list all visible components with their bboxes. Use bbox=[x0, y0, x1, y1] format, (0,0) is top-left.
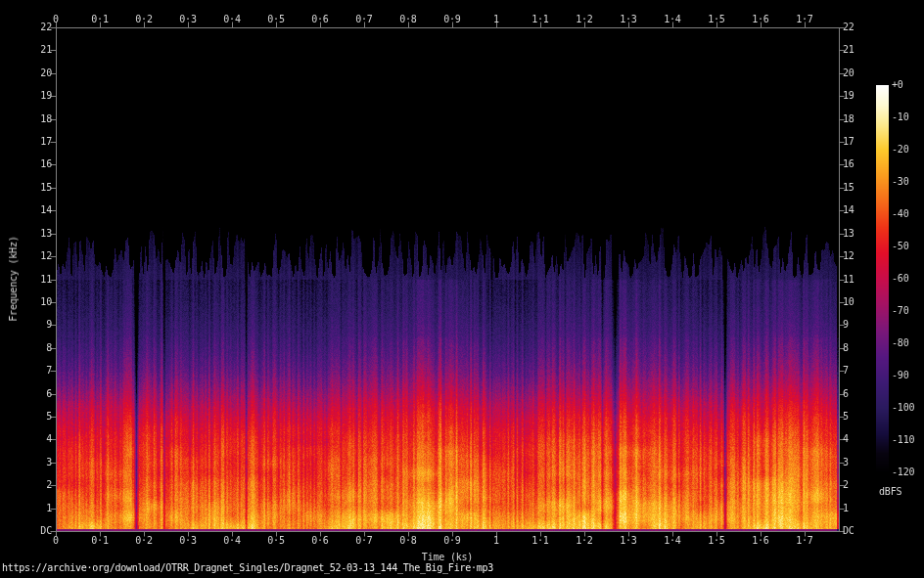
y-tick-label-left: 15 bbox=[0, 182, 52, 194]
x-tick-label-top: 1·3 bbox=[620, 14, 636, 25]
colorbar-tick-label: -90 bbox=[892, 370, 908, 381]
colorbar-tick-label: -40 bbox=[892, 208, 908, 220]
y-tick-label-left: DC bbox=[0, 525, 52, 537]
y-tick-label-right: 2 bbox=[843, 479, 849, 491]
colorbar-tick-label: -50 bbox=[892, 241, 908, 252]
colorbar-tick-label: -20 bbox=[892, 144, 908, 156]
colorbar-tick-label: +0 bbox=[892, 79, 903, 91]
y-tick-label-left: 17 bbox=[0, 136, 52, 148]
colorbar-tick-label: -110 bbox=[892, 434, 914, 446]
x-tick-label-top: 1·2 bbox=[576, 14, 592, 25]
y-tick-label-left: 16 bbox=[0, 158, 52, 170]
spectrogram-canvas bbox=[0, 0, 924, 578]
y-tick-label-left: 5 bbox=[0, 411, 52, 422]
x-tick-label-bottom: 0·8 bbox=[399, 535, 416, 547]
x-tick-label-top: 1·4 bbox=[664, 14, 680, 25]
y-tick-label-left: 14 bbox=[0, 204, 52, 216]
x-tick-label-bottom: 1·5 bbox=[708, 535, 724, 547]
y-tick-label-left: 4 bbox=[0, 433, 52, 445]
y-tick-label-right: 19 bbox=[843, 90, 855, 102]
y-tick-label-left: 2 bbox=[0, 479, 52, 491]
x-tick-label-top: 0·3 bbox=[179, 14, 196, 25]
x-tick-label-top: 0·5 bbox=[267, 14, 284, 25]
y-tick-label-right: 16 bbox=[843, 158, 855, 170]
y-tick-label-right: 22 bbox=[843, 22, 855, 33]
y-tick-label-left: 8 bbox=[0, 342, 52, 354]
x-tick-label-bottom: 1·4 bbox=[664, 535, 680, 547]
y-tick-label-left: 1 bbox=[0, 503, 52, 514]
x-tick-label-bottom: 0·4 bbox=[223, 535, 240, 547]
y-tick-label-right: 13 bbox=[843, 228, 855, 240]
y-tick-label-right: 17 bbox=[843, 136, 855, 148]
x-tick-label-top: 0·7 bbox=[355, 14, 372, 25]
x-tick-label-bottom: 0·6 bbox=[311, 535, 328, 547]
colorbar-tick-label: -100 bbox=[892, 402, 914, 414]
colorbar-tick-label: -80 bbox=[892, 337, 908, 349]
x-tick-label-bottom: 1·6 bbox=[752, 535, 768, 547]
x-tick-label-top: 1·6 bbox=[752, 14, 768, 25]
x-tick-label-top: 1·5 bbox=[708, 14, 724, 25]
y-tick-label-right: 11 bbox=[843, 274, 855, 286]
x-tick-label-bottom: 1·1 bbox=[531, 535, 548, 547]
y-tick-label-right: 14 bbox=[843, 204, 855, 216]
y-tick-label-right: 18 bbox=[843, 113, 855, 125]
x-tick-label-bottom: 1 bbox=[493, 535, 499, 547]
x-tick-label-bottom: 1·2 bbox=[576, 535, 592, 547]
x-tick-label-top: 1·1 bbox=[531, 14, 548, 25]
colorbar-tick-label: -70 bbox=[892, 305, 908, 317]
y-tick-label-right: 12 bbox=[843, 250, 855, 262]
y-tick-label-right: 15 bbox=[843, 182, 855, 194]
x-tick-label-bottom: 0·3 bbox=[179, 535, 196, 547]
y-tick-label-left: 20 bbox=[0, 67, 52, 79]
y-tick-label-right: 21 bbox=[843, 44, 855, 56]
x-tick-label-top: 1 bbox=[493, 14, 499, 25]
colorbar-tick-label: -60 bbox=[892, 273, 908, 285]
y-tick-label-left: 3 bbox=[0, 457, 52, 468]
x-tick-label-bottom: 0·7 bbox=[355, 535, 372, 547]
x-tick-label-bottom: 0·1 bbox=[91, 535, 108, 547]
y-tick-label-left: 19 bbox=[0, 90, 52, 102]
colorbar-tick-label: -30 bbox=[892, 176, 908, 188]
y-tick-label-left: 22 bbox=[0, 22, 52, 33]
footer-url: https://archive·org/download/OTRR_Dragne… bbox=[2, 562, 493, 574]
y-tick-label-left: 7 bbox=[0, 365, 52, 377]
y-tick-label-right: 6 bbox=[843, 388, 849, 400]
x-tick-label-bottom: 1·7 bbox=[796, 535, 812, 547]
y-tick-label-left: 18 bbox=[0, 113, 52, 125]
x-tick-label-bottom: 0·9 bbox=[443, 535, 460, 547]
y-tick-label-left: 21 bbox=[0, 44, 52, 56]
y-tick-label-right: 4 bbox=[843, 433, 849, 445]
x-tick-label-bottom: 0·2 bbox=[135, 535, 152, 547]
x-tick-label-top: 0·1 bbox=[91, 14, 108, 25]
x-tick-label-top: 0·2 bbox=[135, 14, 152, 25]
x-tick-label-bottom: 1·3 bbox=[620, 535, 636, 547]
x-tick-label-bottom: 0 bbox=[53, 535, 59, 547]
y-tick-label-right: DC bbox=[843, 525, 855, 537]
y-tick-label-right: 10 bbox=[843, 296, 855, 308]
x-tick-label-top: 0 bbox=[53, 14, 59, 25]
y-tick-label-right: 20 bbox=[843, 67, 855, 79]
colorbar-tick-label: -120 bbox=[892, 467, 914, 478]
spectrogram-window: 000·10·10·20·20·30·30·40·40·50·50·60·60·… bbox=[0, 0, 924, 578]
y-tick-label-right: 8 bbox=[843, 342, 849, 354]
y-tick-label-right: 1 bbox=[843, 503, 849, 514]
y-axis-title: Frequency (kHz) bbox=[8, 236, 20, 321]
x-tick-label-top: 0·9 bbox=[443, 14, 460, 25]
y-tick-label-right: 7 bbox=[843, 365, 849, 377]
y-tick-label-right: 3 bbox=[843, 457, 849, 468]
colorbar-tick-label: -10 bbox=[892, 111, 908, 123]
y-tick-label-right: 9 bbox=[843, 319, 849, 331]
colorbar-unit-label: dBFS bbox=[879, 486, 901, 498]
x-tick-label-top: 0·6 bbox=[311, 14, 328, 25]
x-tick-label-top: 1·7 bbox=[796, 14, 812, 25]
x-tick-label-top: 0·8 bbox=[399, 14, 416, 25]
x-tick-label-bottom: 0·5 bbox=[267, 535, 284, 547]
x-tick-label-top: 0·4 bbox=[223, 14, 240, 25]
y-tick-label-right: 5 bbox=[843, 411, 849, 422]
y-tick-label-left: 6 bbox=[0, 388, 52, 400]
